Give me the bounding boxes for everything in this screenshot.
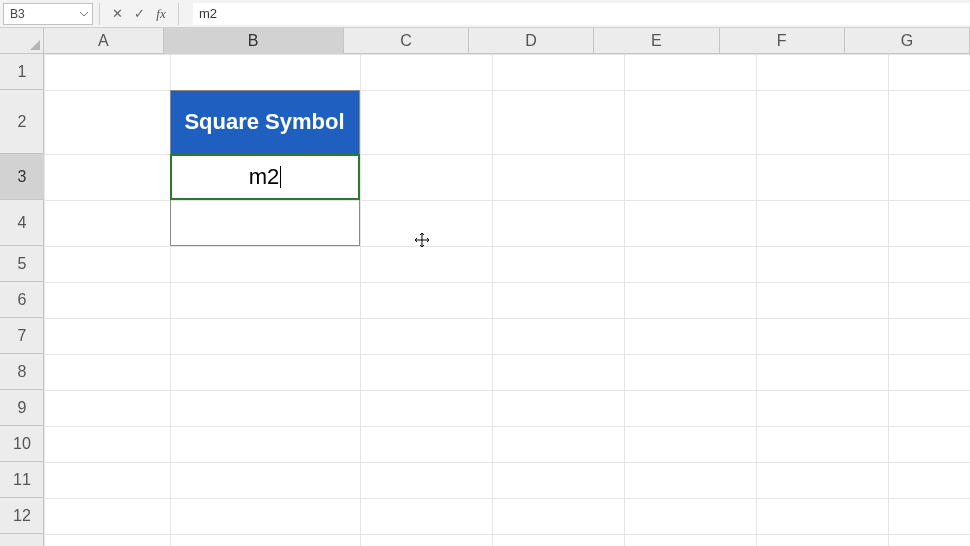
row-header[interactable]: 10 xyxy=(0,426,44,462)
fx-button[interactable]: fx xyxy=(150,3,172,25)
column-header[interactable]: F xyxy=(720,28,845,54)
row-header[interactable]: 8 xyxy=(0,354,44,390)
row-header[interactable]: 11 xyxy=(0,462,44,498)
cell[interactable]: Square Symbol xyxy=(170,90,360,154)
cell-text: m2 xyxy=(249,164,280,190)
divider xyxy=(99,3,100,25)
row-header[interactable]: 9 xyxy=(0,390,44,426)
row-header[interactable]: 7 xyxy=(0,318,44,354)
spreadsheet-grid[interactable]: ABCDEFG 123456789101112 Square Symbolm2 xyxy=(0,28,970,546)
confirm-button[interactable]: ✓ xyxy=(128,3,150,25)
chevron-down-icon[interactable] xyxy=(79,9,89,19)
row-header[interactable]: 2 xyxy=(0,90,44,154)
row-header[interactable]: 1 xyxy=(0,54,44,90)
column-header[interactable]: B xyxy=(164,28,344,54)
column-header[interactable]: C xyxy=(344,28,469,54)
check-icon: ✓ xyxy=(134,6,145,21)
column-header[interactable]: A xyxy=(44,28,164,54)
row-header[interactable]: 4 xyxy=(0,200,44,246)
fx-icon: fx xyxy=(156,6,165,22)
column-header[interactable]: G xyxy=(845,28,970,54)
divider xyxy=(178,3,179,25)
text-caret xyxy=(280,166,281,188)
row-header[interactable]: 12 xyxy=(0,498,44,534)
row-header[interactable]: 3 xyxy=(0,154,44,200)
cancel-button[interactable]: ✕ xyxy=(106,3,128,25)
active-cell[interactable]: m2 xyxy=(170,154,360,200)
close-icon: ✕ xyxy=(112,6,123,21)
formula-input[interactable] xyxy=(193,3,970,25)
name-box-value: B3 xyxy=(10,7,25,21)
name-box[interactable]: B3 xyxy=(3,3,93,25)
formula-bar: B3 ✕ ✓ fx xyxy=(0,0,970,28)
row-header[interactable]: 5 xyxy=(0,246,44,282)
column-header[interactable]: E xyxy=(594,28,719,54)
column-header[interactable]: D xyxy=(469,28,594,54)
row-header[interactable]: 6 xyxy=(0,282,44,318)
select-all-triangle[interactable] xyxy=(0,28,44,54)
